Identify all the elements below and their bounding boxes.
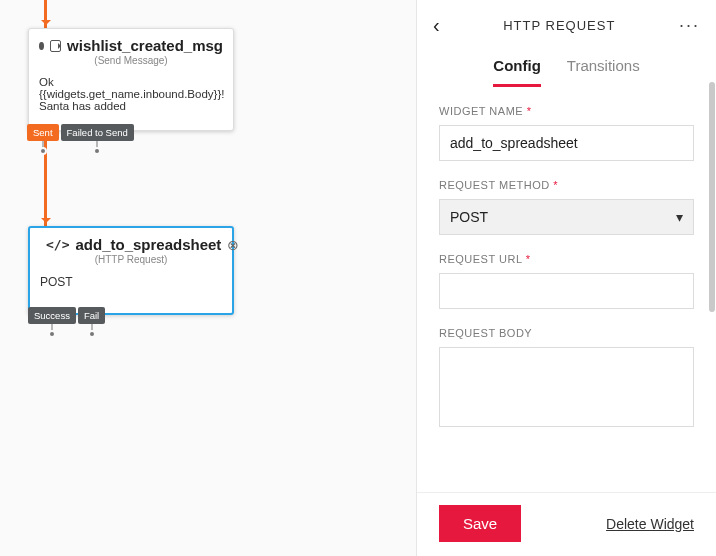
tab-transitions[interactable]: Transitions	[567, 57, 640, 87]
scrollbar[interactable]	[709, 82, 715, 312]
label-request-body: REQUEST BODY	[439, 327, 694, 339]
outcome-failed-to-send[interactable]: Failed to Send	[61, 124, 134, 141]
close-icon[interactable]: ⊗	[227, 237, 239, 253]
widget-name-input[interactable]	[439, 125, 694, 161]
chevron-down-icon: ▾	[676, 209, 683, 225]
widget-body: Ok {{widgets.get_name.inbound.Body}}! Sa…	[29, 70, 233, 130]
connector-line	[44, 0, 47, 28]
outcome-sent[interactable]: Sent	[27, 124, 59, 141]
http-icon: </>	[46, 237, 69, 252]
flow-canvas[interactable]: wishlist_created_msg (Send Message) Ok {…	[0, 0, 416, 556]
tab-bar: Config Transitions	[417, 45, 716, 87]
widget-title: wishlist_created_msg	[67, 37, 223, 54]
widget-title: add_to_spreadsheet	[75, 236, 221, 253]
outcome-fail[interactable]: Fail	[78, 307, 105, 324]
widget-add-to-spreadsheet[interactable]: </> add_to_spreadsheet ⊗ (HTTP Request) …	[28, 226, 234, 315]
widget-subtitle: (Send Message)	[39, 55, 223, 66]
request-method-select[interactable]: POST ▾	[439, 199, 694, 235]
delete-widget-link[interactable]: Delete Widget	[606, 516, 694, 532]
request-url-input[interactable]	[439, 273, 694, 309]
widget-wishlist-created-msg[interactable]: wishlist_created_msg (Send Message) Ok {…	[28, 28, 234, 131]
tab-config[interactable]: Config	[493, 57, 540, 87]
more-icon[interactable]: ···	[679, 15, 700, 36]
label-widget-name: WIDGET NAME *	[439, 105, 694, 117]
outcome-success[interactable]: Success	[28, 307, 76, 324]
label-request-method: REQUEST METHOD *	[439, 179, 694, 191]
anchor-dot-icon	[39, 42, 44, 50]
inspector-panel: ‹ HTTP REQUEST ··· Config Transitions WI…	[416, 0, 716, 556]
connector-line	[44, 127, 47, 226]
save-button[interactable]: Save	[439, 505, 521, 542]
back-button[interactable]: ‹	[433, 14, 440, 37]
request-body-textarea[interactable]	[439, 347, 694, 427]
message-icon	[50, 40, 61, 52]
panel-title: HTTP REQUEST	[503, 18, 615, 33]
widget-subtitle: (HTTP Request)	[40, 254, 222, 265]
label-request-url: REQUEST URL *	[439, 253, 694, 265]
